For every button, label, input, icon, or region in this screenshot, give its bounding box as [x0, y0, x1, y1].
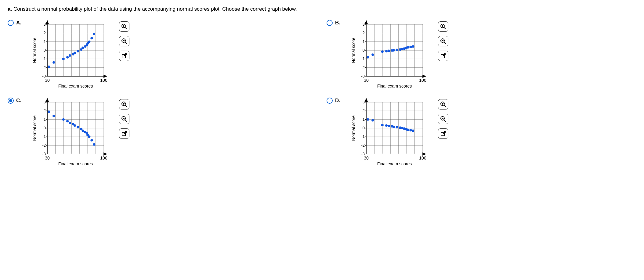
svg-marker-140 [46, 99, 49, 102]
svg-point-175 [90, 139, 93, 142]
svg-text:-1: -1 [361, 56, 365, 61]
svg-line-178 [125, 105, 127, 107]
svg-text:3: 3 [44, 100, 46, 104]
zoom-in-button[interactable] [438, 21, 448, 32]
svg-point-163 [62, 118, 65, 121]
svg-text:30: 30 [364, 78, 369, 83]
svg-text:2: 2 [44, 108, 46, 113]
svg-text:Normal score: Normal score [32, 38, 37, 63]
svg-text:2: 2 [363, 31, 365, 35]
part-label: a. [8, 6, 12, 12]
svg-point-38 [52, 61, 55, 64]
chart-a: 3210-1-2-330100Final exam scoresNormal s… [31, 20, 107, 92]
radio-c[interactable]: C. [8, 98, 21, 104]
svg-point-40 [66, 56, 69, 59]
svg-text:-2: -2 [361, 143, 365, 148]
chart-d: 3210-1-2-330100Final exam scoresNormal s… [349, 98, 426, 169]
svg-point-113 [409, 46, 412, 48]
svg-point-52 [93, 33, 95, 35]
chart-buttons-a [119, 21, 129, 61]
svg-text:Final exam scores: Final exam scores [58, 161, 93, 166]
svg-point-224 [371, 119, 374, 122]
svg-point-232 [400, 127, 403, 129]
chart-buttons-c [119, 99, 129, 139]
svg-line-54 [125, 27, 127, 29]
svg-point-105 [393, 49, 395, 52]
svg-text:100: 100 [100, 78, 107, 83]
svg-text:1: 1 [363, 39, 365, 44]
question-text: a. Construct a normal probability plot o… [8, 6, 636, 12]
svg-marker-18 [104, 75, 107, 77]
popout-button[interactable] [438, 128, 448, 139]
svg-point-44 [77, 50, 79, 52]
svg-text:-2: -2 [42, 65, 46, 70]
svg-point-238 [412, 130, 414, 132]
option-label-c: C. [16, 98, 21, 104]
zoom-out-button[interactable] [438, 36, 448, 46]
svg-point-168 [77, 126, 79, 128]
chart-block-d: 3210-1-2-330100Final exam scoresNormal s… [349, 98, 448, 169]
zoom-in-button[interactable] [119, 99, 129, 109]
popout-button[interactable] [119, 51, 129, 61]
radio-circle-d [327, 98, 333, 104]
zoom-out-button[interactable] [119, 114, 129, 124]
svg-point-37 [48, 66, 50, 68]
question-body: Construct a normal probability plot of t… [13, 6, 297, 12]
options-grid: A. 3210-1-2-330100Final exam scoresNorma… [8, 20, 636, 169]
popout-button[interactable] [438, 51, 448, 61]
svg-point-112 [407, 46, 409, 48]
svg-point-161 [48, 110, 50, 113]
svg-point-46 [81, 47, 84, 49]
svg-point-39 [62, 58, 65, 60]
svg-text:30: 30 [45, 156, 50, 160]
zoom-in-button[interactable] [438, 99, 448, 109]
radio-circle-c [8, 98, 14, 104]
chart-c: 3210-1-2-330100Final exam scoresNormal s… [31, 98, 107, 169]
zoom-out-button[interactable] [119, 36, 129, 46]
radio-b[interactable]: B. [327, 20, 340, 26]
svg-point-102 [385, 50, 388, 52]
svg-marker-202 [365, 99, 367, 102]
svg-point-106 [396, 49, 398, 51]
svg-text:Final exam scores: Final exam scores [377, 84, 412, 88]
svg-text:Final exam scores: Final exam scores [58, 84, 93, 88]
svg-text:100: 100 [419, 78, 426, 83]
option-label-b: B. [335, 20, 340, 26]
svg-text:2: 2 [44, 31, 46, 35]
svg-line-244 [444, 120, 446, 122]
svg-point-103 [388, 49, 390, 52]
zoom-out-button[interactable] [438, 114, 448, 124]
svg-text:-2: -2 [42, 143, 46, 148]
svg-marker-204 [423, 153, 426, 155]
option-a: A. 3210-1-2-330100Final exam scoresNorma… [8, 20, 317, 92]
svg-point-165 [69, 122, 71, 124]
svg-line-116 [444, 27, 446, 29]
chart-buttons-d [438, 99, 448, 139]
svg-marker-80 [423, 75, 426, 77]
svg-text:1: 1 [363, 117, 365, 122]
svg-text:Normal score: Normal score [32, 115, 37, 141]
chart-block-c: 3210-1-2-330100Final exam scoresNormal s… [31, 98, 129, 169]
svg-point-223 [367, 118, 369, 121]
zoom-in-button[interactable] [119, 21, 129, 32]
svg-text:-1: -1 [361, 134, 365, 139]
chart-b: 3210-1-2-330100Final exam scoresNormal s… [349, 20, 426, 92]
svg-point-237 [409, 129, 412, 131]
svg-text:1: 1 [44, 39, 46, 44]
popout-button[interactable] [119, 128, 129, 139]
svg-point-100 [371, 53, 374, 56]
svg-text:0: 0 [363, 48, 365, 52]
chart-block-b: 3210-1-2-330100Final exam scoresNormal s… [349, 20, 448, 92]
svg-point-230 [396, 126, 398, 128]
option-d: D. 3210-1-2-330100Final exam scoresNorma… [327, 98, 636, 169]
radio-a[interactable]: A. [8, 20, 21, 26]
svg-point-162 [52, 115, 55, 117]
svg-text:Normal score: Normal score [351, 38, 356, 63]
radio-d[interactable]: D. [327, 98, 340, 104]
svg-point-227 [388, 125, 390, 127]
svg-point-114 [412, 45, 414, 48]
svg-text:2: 2 [363, 108, 365, 113]
svg-point-108 [400, 48, 403, 50]
svg-text:-1: -1 [42, 134, 46, 139]
svg-point-51 [90, 37, 93, 39]
